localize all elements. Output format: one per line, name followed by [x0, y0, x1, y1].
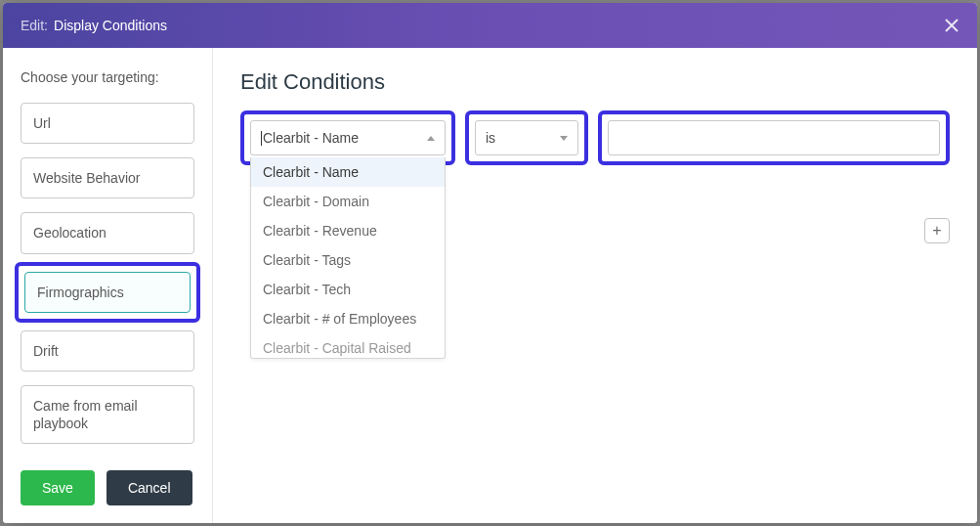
field-select[interactable]: Clearbit - Name: [250, 120, 446, 155]
modal-body: Choose your targeting: Url Website Behav…: [3, 48, 977, 523]
field-dropdown-list: Clearbit - Name Clearbit - Domain Clearb…: [250, 157, 446, 359]
field-option-name[interactable]: Clearbit - Name: [251, 157, 445, 187]
field-select-value: Clearbit - Name: [261, 130, 359, 147]
sidebar-title: Choose your targeting:: [21, 69, 194, 85]
field-option-capital[interactable]: Clearbit - Capital Raised: [251, 333, 445, 358]
sidebar-item-email-playbook[interactable]: Came from email playbook: [21, 385, 194, 444]
operator-select[interactable]: is: [475, 120, 578, 155]
field-option-tags[interactable]: Clearbit - Tags: [251, 245, 445, 275]
operator-dropdown-frame: is: [465, 110, 588, 165]
sidebar-item-drift[interactable]: Drift: [21, 330, 194, 372]
sidebar-item-website-behavior[interactable]: Website Behavior: [21, 157, 194, 198]
field-dropdown-frame: Clearbit - Name Clearbit - Name Clearbit…: [240, 110, 455, 165]
sidebar-item-drift-wrap: Drift: [21, 330, 194, 372]
modal-header: Edit: Display Conditions: [3, 3, 977, 48]
chevron-up-icon: [427, 136, 435, 141]
targeting-sidebar: Choose your targeting: Url Website Behav…: [3, 48, 213, 523]
edit-display-conditions-modal: Edit: Display Conditions Choose your tar…: [3, 3, 977, 523]
value-input-frame: [598, 110, 950, 165]
operator-select-value: is: [486, 130, 495, 146]
condition-value-input[interactable]: [608, 120, 940, 155]
sidebar-item-url[interactable]: Url: [21, 103, 194, 144]
field-select-wrapper: Clearbit - Name Clearbit - Name Clearbit…: [250, 120, 446, 155]
main-title: Edit Conditions: [240, 69, 950, 95]
close-icon[interactable]: [944, 18, 959, 33]
sidebar-item-firmographics-wrap: Firmographics: [15, 262, 200, 323]
main-panel: Edit Conditions Clearbit - Name Clearbit…: [213, 48, 977, 523]
field-option-domain[interactable]: Clearbit - Domain: [251, 187, 445, 216]
condition-row: Clearbit - Name Clearbit - Name Clearbit…: [240, 110, 950, 165]
field-option-tech[interactable]: Clearbit - Tech: [251, 275, 445, 304]
field-option-employees[interactable]: Clearbit - # of Employees: [251, 304, 445, 333]
sidebar-item-geolocation[interactable]: Geolocation: [21, 212, 194, 253]
save-button[interactable]: Save: [21, 470, 95, 505]
add-condition-button[interactable]: +: [924, 218, 950, 243]
sidebar-item-email-playbook-wrap: Came from email playbook: [21, 385, 194, 444]
sidebar-footer: Save Cancel: [21, 470, 194, 505]
modal-title-label: Edit:: [21, 18, 48, 33]
sidebar-item-geolocation-wrap: Geolocation: [21, 212, 194, 253]
sidebar-item-firmographics[interactable]: Firmographics: [24, 272, 191, 313]
chevron-down-icon: [560, 136, 568, 141]
modal-title: Edit: Display Conditions: [21, 18, 167, 33]
plus-icon: +: [932, 223, 941, 239]
sidebar-item-url-wrap: Url: [21, 103, 194, 144]
cancel-button[interactable]: Cancel: [107, 470, 192, 505]
modal-title-value: Display Conditions: [54, 18, 167, 33]
sidebar-item-website-behavior-wrap: Website Behavior: [21, 157, 194, 198]
field-option-revenue[interactable]: Clearbit - Revenue: [251, 216, 445, 245]
